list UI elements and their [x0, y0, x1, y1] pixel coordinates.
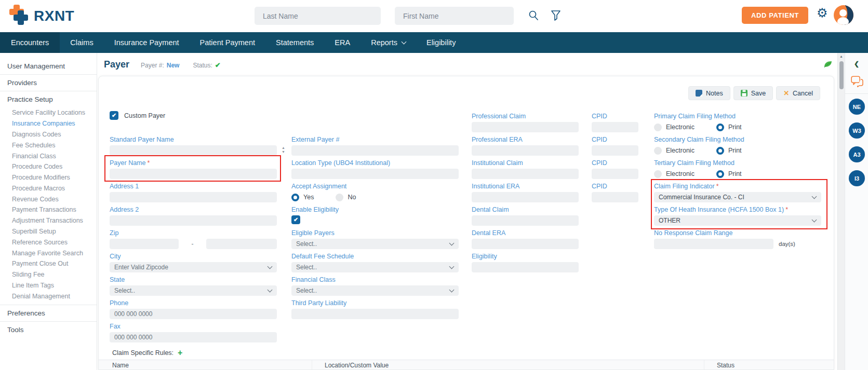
nav-encounters[interactable]: Encounters — [0, 32, 60, 53]
badge-w3[interactable]: W3 — [849, 122, 865, 139]
sidebar-section-providers[interactable]: Providers — [0, 75, 97, 91]
cpid-professional-era-input[interactable] — [592, 145, 638, 156]
sidebar-item-procedure-macros[interactable]: Procedure Macros — [0, 183, 97, 194]
institutional-claim-input[interactable] — [472, 169, 579, 179]
external-payer-input[interactable] — [291, 145, 459, 156]
sidebar-item-diagnosis-codes[interactable]: Diagnosis Codes — [0, 129, 97, 140]
fax-input[interactable] — [110, 332, 277, 342]
search-icon[interactable] — [528, 9, 539, 22]
dental-claim-input[interactable] — [472, 215, 579, 226]
third-party-liability-input[interactable] — [291, 309, 459, 319]
cpid-professional-claim-input[interactable] — [592, 122, 638, 132]
settings-gear-icon[interactable]: ⚙ — [817, 7, 828, 19]
phone-input[interactable] — [110, 309, 277, 319]
secondary-electronic-radio[interactable] — [654, 147, 662, 155]
sidebar-item-line-item-tags[interactable]: Line Item Tags — [0, 280, 97, 291]
zip-ext-input[interactable] — [206, 239, 277, 249]
scroll-up-arrow[interactable]: ▲ — [839, 54, 843, 58]
accept-assignment-no-radio[interactable] — [336, 194, 343, 201]
sidebar-item-procedure-modifiers[interactable]: Procedure Modifiers — [0, 172, 97, 183]
type-of-health-insurance-label: Type Of Heath Insurance (HCFA 1500 Box 1… — [654, 206, 821, 213]
sidebar-item-service-facility-locations[interactable]: Service Facility Locations — [0, 107, 97, 118]
nav-claims[interactable]: Claims — [60, 32, 103, 53]
sidebar-item-fee-schedules[interactable]: Fee Schedules — [0, 140, 97, 150]
standard-payer-name-input[interactable] — [110, 145, 277, 156]
add-rule-plus-icon[interactable]: + — [178, 349, 182, 357]
dental-era-input[interactable] — [472, 239, 579, 249]
city-select[interactable]: Enter Valid Zipcode — [110, 262, 277, 272]
sidebar-item-reference-sources[interactable]: Reference Sources — [0, 237, 97, 248]
primary-print-radio[interactable] — [716, 124, 724, 131]
sidebar-section-user-management[interactable]: User Management — [0, 58, 97, 74]
no-response-claim-range-input[interactable] — [654, 239, 773, 249]
badge-ne[interactable]: NE — [849, 99, 865, 115]
sidebar-item-superbill-setup[interactable]: Superbill Setup — [0, 226, 97, 237]
custom-payer-label: Custom Payer — [124, 112, 165, 119]
sidebar-item-sliding-fee[interactable]: Sliding Fee — [0, 269, 97, 280]
external-payer-label: External Payer # — [291, 136, 459, 143]
chat-icon[interactable] — [851, 76, 863, 87]
sidebar-section-practice-setup[interactable]: Practice Setup — [0, 91, 97, 107]
eligibility-input[interactable] — [472, 262, 579, 272]
location-type-input[interactable] — [291, 169, 459, 179]
user-avatar[interactable] — [833, 5, 854, 25]
primary-electronic-radio[interactable] — [654, 124, 662, 131]
cancel-button[interactable]: ✕ Cancel — [776, 86, 820, 100]
rxnt-logo[interactable]: RXNT — [7, 4, 74, 28]
sidebar-item-revenue-codes[interactable]: Revenue Codes — [0, 194, 97, 204]
cpid-institutional-claim-input[interactable] — [592, 169, 638, 179]
last-name-input[interactable] — [255, 7, 381, 25]
sidebar-item-payment-close-out[interactable]: Payment Close Out — [0, 258, 97, 269]
state-select[interactable]: Select.. — [110, 285, 277, 296]
address1-label: Address 1 — [110, 183, 277, 190]
sidebar-item-manage-favorite-search[interactable]: Manage Favorite Search — [0, 248, 97, 258]
sidebar-section-preferences[interactable]: Preferences — [0, 305, 97, 321]
address1-input[interactable] — [110, 192, 277, 202]
professional-era-input[interactable] — [472, 145, 579, 156]
sidebar-item-financial-class[interactable]: Financial Class — [0, 150, 97, 161]
professional-claim-input[interactable] — [472, 122, 579, 132]
type-of-health-insurance-select[interactable]: OTHER — [654, 215, 821, 226]
collapse-panel-chevron-left-icon[interactable]: ❮ — [845, 60, 868, 67]
badge-a3[interactable]: A3 — [849, 146, 865, 162]
filter-icon[interactable] — [551, 9, 561, 22]
first-name-input[interactable] — [395, 7, 514, 25]
sidebar-item-denial-management[interactable]: Denial Management — [0, 291, 97, 302]
cpid-institutional-era-input[interactable] — [592, 192, 638, 202]
sidebar-item-insurance-companies[interactable]: Insurance Companies — [0, 118, 97, 129]
scrollbar-thumb[interactable] — [839, 61, 844, 89]
nav-insurance-payment[interactable]: Insurance Payment — [104, 32, 190, 53]
claim-rules-table-header: Name Location/Custom Value Status — [99, 360, 834, 370]
spinner-stepper[interactable]: ▲▼ — [282, 146, 285, 154]
notes-button[interactable]: Notes — [688, 86, 730, 100]
badge-i3[interactable]: I3 — [849, 170, 865, 186]
save-button[interactable]: Save — [733, 86, 773, 100]
nav-patient-payment[interactable]: Patient Payment — [190, 32, 265, 53]
tertiary-electronic-radio[interactable] — [654, 170, 662, 178]
add-patient-button[interactable]: ADD PATIENT — [742, 7, 808, 24]
zip-input[interactable] — [110, 239, 179, 249]
vertical-scrollbar[interactable]: ▲ — [837, 53, 845, 370]
address2-input[interactable] — [110, 215, 277, 226]
fax-label: Fax — [110, 323, 277, 330]
secondary-print-radio[interactable] — [716, 147, 724, 155]
sidebar-item-payment-transactions[interactable]: Payment Transactions — [0, 204, 97, 215]
financial-class-select[interactable]: Select.. — [291, 285, 459, 296]
sidebar-item-adjustment-transactions[interactable]: Adjustment Transactions — [0, 215, 97, 226]
eligible-payers-select[interactable]: Select.. — [291, 239, 459, 249]
page-head: Payer Payer #: New Status: ✔ — [104, 59, 221, 70]
tertiary-print-radio[interactable] — [716, 170, 724, 178]
claim-filing-indicator-select[interactable]: Commercial Insurance Co. - CI — [654, 192, 821, 202]
default-fee-schedule-select[interactable]: Select.. — [291, 262, 459, 272]
custom-payer-checkbox[interactable]: ✔ — [110, 111, 118, 120]
sidebar-item-procedure-codes[interactable]: Procedure Codes — [0, 161, 97, 172]
nav-reports[interactable]: Reports — [360, 32, 416, 53]
sidebar-section-tools[interactable]: Tools — [0, 322, 97, 338]
accept-assignment-yes-radio[interactable] — [291, 194, 299, 201]
nav-era[interactable]: ERA — [324, 32, 360, 53]
nav-eligibility[interactable]: Eligibility — [416, 32, 466, 53]
payer-name-input[interactable] — [110, 169, 277, 179]
nav-statements[interactable]: Statements — [265, 32, 324, 53]
enable-eligibility-checkbox[interactable]: ✔ — [291, 215, 300, 224]
institutional-era-input[interactable] — [472, 192, 579, 202]
